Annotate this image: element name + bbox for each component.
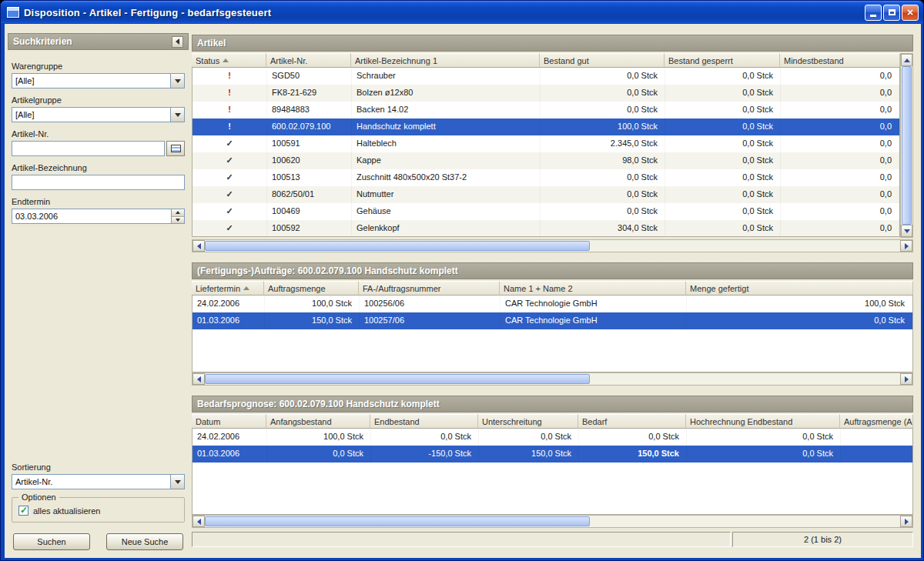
table-cell: Gelenkkopf xyxy=(352,220,541,237)
table-row[interactable]: !FK8-21-629Bolzen ø12x800,0 Stck0,0 Stck… xyxy=(192,85,899,102)
table-row[interactable]: ✓100469Gehäuse0,0 Stck0,0 Stck0,0 xyxy=(192,203,899,220)
update-all-checkbox[interactable] xyxy=(18,506,28,516)
column-header[interactable]: Auftragsmenge (A xyxy=(840,414,913,429)
scroll-right-button[interactable] xyxy=(900,516,912,527)
column-header[interactable]: Status xyxy=(192,53,266,68)
close-button[interactable]: × xyxy=(902,5,919,21)
chevron-left-icon xyxy=(197,376,201,382)
status-ok-icon: ✓ xyxy=(192,135,267,152)
artikel-horizontal-scrollbar[interactable] xyxy=(192,239,913,252)
column-header[interactable]: FA-/Auftragsnummer xyxy=(359,281,500,296)
table-row[interactable]: 24.02.2006100,0 Stck100256/06CAR Technol… xyxy=(192,296,912,312)
artikelgruppe-dropdown-button[interactable] xyxy=(171,107,185,122)
table-cell: 0,0 Stck xyxy=(687,429,841,446)
scrollbar-thumb[interactable] xyxy=(902,66,912,225)
column-header[interactable]: Bestand gut xyxy=(540,53,665,68)
scroll-right-button[interactable] xyxy=(900,240,912,252)
column-header[interactable]: Hochrechnung Endbestand xyxy=(686,414,840,429)
spin-down-button[interactable] xyxy=(172,217,184,224)
scroll-left-button[interactable] xyxy=(192,373,205,385)
scrollbar-thumb[interactable] xyxy=(205,241,590,251)
table-cell: CAR Technologie GmbH xyxy=(500,296,687,312)
window-title: Disposition - Artikel - Fertigung - beda… xyxy=(24,7,865,18)
table-cell: 0,0 Stck xyxy=(665,85,781,102)
options-groupbox: Optionen alles aktualisieren xyxy=(12,497,185,523)
scrollbar-thumb[interactable] xyxy=(205,374,590,384)
sortierung-dropdown-button[interactable] xyxy=(171,474,185,489)
table-row[interactable]: ✓8062/50/01Nutmutter0,0 Stck0,0 Stck0,0 xyxy=(192,186,899,203)
scroll-up-button[interactable] xyxy=(901,54,912,66)
table-cell: 0,0 xyxy=(781,68,899,85)
column-header[interactable]: Artikel-Nr. xyxy=(266,53,351,68)
table-row[interactable]: ✓100620Kappe98,0 Stck0,0 Stck0,0 xyxy=(192,152,899,169)
table-cell: 2.345,0 Stck xyxy=(541,135,665,152)
warengruppe-dropdown-button[interactable] xyxy=(171,73,185,88)
sortierung-label: Sortierung xyxy=(12,462,185,472)
scrollbar-thumb[interactable] xyxy=(205,516,590,526)
table-row[interactable]: !SGD50Schrauber0,0 Stck0,0 Stck0,0 xyxy=(192,68,899,85)
table-row[interactable]: ✓100591Halteblech2.345,0 Stck0,0 Stck0,0 xyxy=(192,135,899,152)
column-header[interactable]: Endbestand xyxy=(370,414,478,429)
update-all-label: alles aktualisieren xyxy=(33,506,100,516)
artikel-table-body: !SGD50Schrauber0,0 Stck0,0 Stck0,0!FK8-2… xyxy=(192,68,900,237)
warengruppe-combobox[interactable]: [Alle] xyxy=(12,73,185,88)
column-header[interactable]: Datum xyxy=(192,414,266,429)
artikel-nr-browse-button[interactable] xyxy=(166,141,185,156)
column-header[interactable]: Bedarf xyxy=(578,414,686,429)
chevron-right-icon xyxy=(905,243,909,249)
maximize-button[interactable] xyxy=(883,5,900,21)
artikelgruppe-combobox[interactable]: [Alle] xyxy=(12,107,185,122)
collapse-panel-button[interactable] xyxy=(172,36,183,48)
scroll-left-button[interactable] xyxy=(192,240,205,252)
endtermin-input[interactable] xyxy=(12,209,172,224)
column-header[interactable]: Mindestbestand xyxy=(780,53,900,68)
table-cell: Halteblech xyxy=(352,135,541,152)
table-row[interactable]: 01.03.2006150,0 Stck100257/06CAR Technol… xyxy=(192,312,912,329)
artikel-bezeichnung-input[interactable] xyxy=(12,175,185,190)
column-header[interactable]: Name 1 + Name 2 xyxy=(500,281,686,296)
artikel-table: StatusArtikel-Nr.Artikel-Bezeichnung 1Be… xyxy=(192,53,900,237)
artikel-nr-input[interactable] xyxy=(12,141,165,156)
scroll-right-button[interactable] xyxy=(900,373,912,385)
table-cell: 100620 xyxy=(267,152,352,169)
column-header[interactable]: Auftragsmenge xyxy=(264,281,359,296)
new-search-button[interactable]: Neue Suche xyxy=(106,533,183,550)
column-header[interactable]: Bestand gesperrt xyxy=(665,53,780,68)
bedarfsprognose-table-body: 24.02.2006100,0 Stck0,0 Stck0,0 Stck0,0 … xyxy=(192,429,913,515)
column-header[interactable]: Anfangsbestand xyxy=(266,414,370,429)
table-cell: 0,0 Stck xyxy=(665,135,781,152)
column-header[interactable]: Liefertermin xyxy=(192,281,264,296)
search-button[interactable]: Suchen xyxy=(13,533,90,550)
table-cell: 01.03.2006 xyxy=(192,446,267,462)
table-row[interactable]: ✓100592Gelenkkopf304,0 Stck0,0 Stck0,0 xyxy=(192,220,899,237)
table-cell: 100,0 Stck xyxy=(687,296,912,312)
column-header[interactable]: Menge gefertigt xyxy=(686,281,913,296)
spin-up-button[interactable] xyxy=(172,209,184,217)
table-cell: 150,0 Stck xyxy=(479,446,579,462)
table-row[interactable]: ✓100513Zuschnitt 480x500x20 St37-20,0 St… xyxy=(192,169,899,186)
table-row[interactable]: !89484883Backen 14.020,0 Stck0,0 Stck0,0 xyxy=(192,102,899,119)
column-header[interactable]: Unterschreitung xyxy=(478,414,578,429)
sortierung-combobox[interactable]: Artikel-Nr. xyxy=(12,474,185,489)
column-header[interactable]: Artikel-Bezeichnung 1 xyxy=(351,53,540,68)
table-cell: 0,0 Stck xyxy=(665,220,781,237)
table-cell: 100513 xyxy=(267,169,352,186)
auftraege-horizontal-scrollbar[interactable] xyxy=(192,372,913,386)
table-row[interactable]: 24.02.2006100,0 Stck0,0 Stck0,0 Stck0,0 … xyxy=(192,429,912,446)
title-bar[interactable]: Disposition - Artikel - Fertigung - beda… xyxy=(1,1,923,24)
chevron-down-icon xyxy=(175,79,181,83)
chevron-down-icon xyxy=(175,113,181,117)
bedarfsprognose-horizontal-scrollbar[interactable] xyxy=(192,515,913,528)
table-cell: 0,0 xyxy=(781,186,899,203)
table-row[interactable]: !600.02.079.100Handschutz komplett100,0 … xyxy=(192,119,899,135)
table-cell: 0,0 Stck xyxy=(541,85,665,102)
table-cell: Schrauber xyxy=(352,68,541,85)
close-icon: × xyxy=(907,7,913,18)
table-cell: 0,0 Stck xyxy=(371,429,479,446)
minimize-button[interactable] xyxy=(865,5,882,21)
scroll-left-button[interactable] xyxy=(192,516,205,527)
table-cell: 0,0 xyxy=(781,152,899,169)
artikel-vertical-scrollbar[interactable] xyxy=(900,53,913,238)
table-row[interactable]: 01.03.20060,0 Stck-150,0 Stck150,0 Stck1… xyxy=(192,446,912,462)
scroll-down-button[interactable] xyxy=(901,225,912,237)
